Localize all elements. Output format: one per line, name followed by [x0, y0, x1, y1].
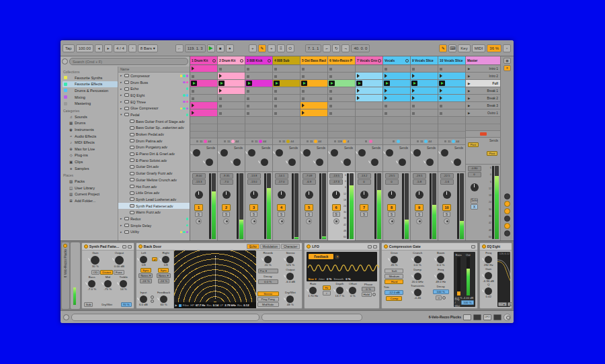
file-row[interactable]: ▸ Simple Delay — [118, 222, 190, 229]
track-activator-button[interactable]: 9 — [415, 204, 424, 211]
send-a-knob[interactable] — [358, 149, 366, 156]
track-activator-button[interactable]: 7 — [360, 204, 368, 211]
follow-behavior-icon[interactable] — [63, 314, 69, 320]
volume-fader[interactable] — [237, 173, 239, 239]
pan-knob[interactable] — [443, 191, 451, 199]
clip-slot[interactable] — [218, 80, 245, 87]
track-header[interactable]: 7 Vocals Group — [356, 56, 382, 65]
clip-slot[interactable] — [245, 65, 272, 73]
sidebar-item[interactable]: ◇ Plug-ins — [63, 152, 118, 159]
pan-value-field[interactable]: -17.3 — [329, 179, 343, 185]
send-a-knob[interactable] — [193, 149, 200, 156]
sidebar-item[interactable]: ◫ User Library — [63, 185, 118, 191]
expand-arrow-icon[interactable]: ▸ — [120, 93, 123, 97]
pan-value-field[interactable]: -13.0 — [247, 179, 261, 185]
arm-button[interactable] — [251, 218, 257, 224]
sidebar-item[interactable]: ♪ MIDI Effects — [63, 139, 118, 146]
stop-all-clips-button[interactable] — [480, 132, 487, 136]
pan-knob[interactable] — [305, 191, 313, 199]
sidebar-item[interactable]: ≈ Audio Effects — [63, 133, 118, 140]
track-activator-dot[interactable] — [63, 244, 67, 248]
send-a-knob[interactable] — [303, 149, 311, 156]
expand-arrow-icon[interactable]: ▸ — [120, 217, 123, 220]
pan-knob[interactable] — [250, 191, 258, 199]
file-list-header[interactable]: Name — [118, 66, 190, 73]
clip-slot[interactable] — [411, 80, 438, 87]
clip-slot[interactable] — [300, 102, 327, 109]
sidebar-item[interactable]: ⊕ Max for Live — [63, 146, 118, 152]
clip-slot[interactable] — [300, 73, 327, 80]
output-knob[interactable]: Output0.00 dB — [114, 252, 124, 269]
clip-slot[interactable] — [328, 109, 355, 117]
midi-overdub-button[interactable]: + — [249, 44, 257, 52]
clip-slot[interactable] — [218, 73, 245, 80]
filter-mode-select[interactable]: ⌒ ▾ — [498, 302, 507, 306]
send-a-knob[interactable] — [331, 149, 338, 156]
clip-slot[interactable] — [438, 109, 465, 117]
group-fold-icon[interactable] — [212, 59, 216, 62]
drive-mode-button[interactable]: Hard — [385, 279, 403, 284]
smooth-value[interactable]: 0 % — [346, 277, 350, 281]
clip-slot[interactable] — [190, 73, 217, 80]
clip-slot[interactable] — [328, 87, 355, 95]
edit-patch-icon[interactable] — [373, 245, 377, 248]
file-row[interactable]: Drum Patina.adv — [118, 138, 190, 144]
send-b-knob[interactable] — [206, 158, 213, 166]
file-row[interactable]: Hot Fuzz.adv — [118, 183, 190, 190]
arm-button[interactable] — [196, 218, 202, 224]
left-mode-select[interactable]: Notes ▾ — [138, 273, 153, 278]
stereo-link-icon[interactable]: ⇄ — [152, 257, 157, 261]
device-power-button[interactable] — [384, 244, 388, 248]
send-b-knob[interactable] — [399, 158, 406, 166]
dry-wet-value[interactable]: 100 % — [461, 300, 473, 305]
search-input[interactable]: Search (Cmd + F) — [69, 58, 188, 65]
tempo-field[interactable]: 100.00 — [76, 44, 93, 52]
clip-slot[interactable] — [300, 80, 327, 87]
sidebar-item[interactable]: ♫ Sounds — [63, 113, 118, 120]
volume-value-field[interactable]: -23.5 — [413, 173, 426, 179]
volume-value-field[interactable]: -8.00 — [192, 173, 206, 179]
solo-button[interactable]: S — [443, 212, 450, 217]
clip-slot[interactable] — [300, 109, 327, 117]
sidebar-item[interactable]: ▦ Drums — [63, 120, 118, 127]
track-activator-button[interactable]: 10 — [442, 204, 451, 211]
eq-freq-knob[interactable]: Freq282 Hz — [484, 252, 493, 267]
lfo-rate-unit-button[interactable]: Hz — [323, 285, 330, 290]
clip-slot[interactable] — [273, 87, 300, 95]
clip-slot[interactable] — [273, 73, 300, 80]
pan-value-field[interactable]: -5.8 — [413, 179, 426, 185]
pan-knob[interactable] — [332, 191, 340, 199]
file-row[interactable]: E-Piano Soloist.adv — [118, 157, 190, 164]
device-title[interactable]: LFO — [312, 244, 319, 248]
lfo-unmap-icon[interactable]: × — [335, 255, 339, 259]
automation-arm-button[interactable]: ✎ — [258, 44, 266, 52]
mini-device-icon[interactable] — [473, 314, 481, 320]
pan-value-field[interactable]: -1.6 — [440, 179, 454, 185]
volume-value-field[interactable]: -13.2 — [358, 173, 371, 179]
clip-slot[interactable] — [383, 80, 410, 87]
clip-slot[interactable] — [411, 109, 438, 117]
clip-slot[interactable] — [190, 65, 217, 73]
clip-slot[interactable] — [383, 87, 410, 95]
solo-button[interactable]: S — [223, 212, 230, 217]
decay-field[interactable]: 100 % — [433, 289, 449, 294]
track-title-plate[interactable]: 6 Velo-Rezzo Plucks — [62, 242, 69, 309]
nudge-down-button[interactable]: ◂ — [95, 44, 103, 52]
clip-slot[interactable] — [356, 65, 382, 73]
solo-button[interactable]: S — [415, 212, 423, 217]
record-button[interactable]: ● — [226, 44, 234, 52]
comp-button[interactable]: Comp — [386, 296, 402, 301]
echo-tab[interactable]: Modulation — [260, 244, 280, 249]
capture-midi-button[interactable]: + — [268, 44, 276, 52]
clip-slot[interactable] — [411, 65, 438, 73]
browser-back-icon[interactable] — [62, 58, 68, 64]
arm-button[interactable] — [278, 218, 284, 224]
echo-channel-mode-button[interactable]: Ping Pong — [257, 297, 279, 302]
arrangement-view-selector-icon[interactable]: ≡ — [503, 65, 511, 71]
clip-slot[interactable] — [356, 95, 382, 102]
pedal-mode-button[interactable]: Distort — [100, 270, 113, 275]
master-pan-knob[interactable] — [471, 183, 479, 191]
clip-slot[interactable] — [190, 95, 217, 102]
band-select[interactable]: 1 — [508, 302, 512, 306]
draw-mode-button[interactable]: ✎ — [439, 44, 447, 52]
